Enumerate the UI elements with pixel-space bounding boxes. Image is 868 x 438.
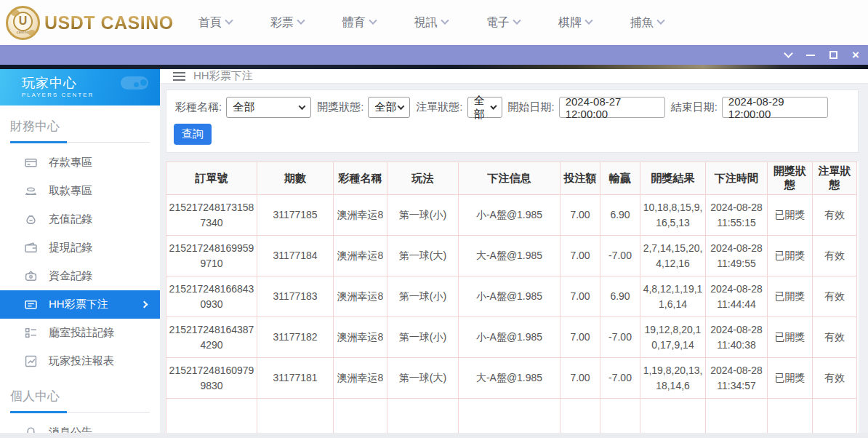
logo-u-icon: U casino [6,6,40,40]
gamepad-icon [121,73,150,92]
table-header-cell: 期數 [257,162,334,195]
end-date-label: 結束日期: [671,100,718,114]
nav-label: 體育 [342,15,366,31]
chevron-down-icon [784,49,793,58]
close-button[interactable]: × [852,51,859,59]
table-cell: 已開獎 [768,195,813,236]
hamburger-menu-icon[interactable] [173,72,185,81]
players-center-subtitle: PLAYERS CENTER [22,92,160,98]
end-date-input[interactable]: 2024-08-29 12:00:00 [722,97,828,118]
table-cell: 19,12,8,20,10,17,9,14 [640,317,706,358]
nav-item-live[interactable]: 視訊 [414,15,448,31]
nav-item-lottery[interactable]: 彩票 [270,15,304,31]
table-cell [640,399,706,438]
table-cell: 6.90 [600,195,640,236]
sidebar-item-withdrawal-records[interactable]: 提現記錄 [0,234,160,262]
sidebar: 玩家中心 PLAYERS CENTER 財務中心 存款專區 取款專區 充值記錄 … [0,69,160,438]
table-cell: 31177181 [257,358,334,399]
usdt-casino-logo[interactable]: U casino USDT CASINO [6,6,174,40]
table-cell: 有效 [813,276,857,317]
nav-item-home[interactable]: 首頁 [198,15,232,31]
main-nav: 首頁 彩票 體育 視訊 電子 棋牌 捕魚 [198,15,664,31]
table-cell: 有效 [813,195,857,236]
sidebar-item-label: 資金記錄 [49,269,92,283]
table-body: 215217248173158734031177185澳洲幸运8第一球(小)小-… [166,195,857,438]
table-cell: 2024-08-28 11:49:55 [706,236,768,276]
maximize-icon [829,51,837,59]
chevron-down-icon [225,17,233,25]
table-cell: 大-A盤@1.985 [459,236,560,276]
sidebar-item-hh-lottery-bets[interactable]: HH彩票下注 [0,290,160,319]
chevron-down-icon [398,103,405,110]
purse-icon [25,270,37,282]
nav-item-fishing[interactable]: 捕魚 [630,15,664,31]
table-cell: 第一球(大) [387,358,459,399]
table-row: 215217248160979983031177181澳洲幸运8第一球(大)大-… [166,358,857,399]
table-cell: 31177182 [257,317,334,358]
hand-money-icon [25,185,37,197]
section-title-personal: 個人中心 [10,388,150,413]
money-bag-icon [25,213,37,226]
table-cell: 澳洲幸运8 [334,236,387,276]
draw-status-select[interactable]: 全部 [368,97,410,118]
table-cell: 澳洲幸运8 [334,195,387,236]
table-cell: 7.00 [560,195,600,236]
maximize-button[interactable] [829,51,837,59]
nav-item-sports[interactable]: 體育 [342,15,376,31]
table-cell: 7.00 [560,276,600,317]
order-status-select[interactable]: 全部 [467,97,502,118]
table-cell: 2024-08-28 11:34:57 [706,358,768,399]
page-title: HH彩票下注 [193,69,253,83]
nav-item-slots[interactable]: 電子 [486,15,520,31]
sidebar-item-label: 玩家投注報表 [49,354,114,368]
table-header-cell: 投注額 [560,162,600,195]
table-header-cell: 彩種名稱 [334,162,387,195]
table-header-cell: 開獎狀態 [768,162,813,195]
lottery-name-select[interactable]: 全部 [226,97,311,118]
breadcrumb: HH彩票下注 [160,69,868,84]
table-header-cell: 注單狀態 [813,162,857,195]
table-cell [706,399,768,438]
table-cell: -7.00 [600,236,640,276]
nav-label: 彩票 [270,15,294,31]
table-cell: 10,18,8,15,9,16,5,13 [640,195,706,236]
nav-item-boardgames[interactable]: 棋牌 [558,15,592,31]
chevron-down-icon [584,17,592,25]
nav-label: 視訊 [414,15,438,31]
start-date-input[interactable]: 2024-08-27 12:00:00 [559,97,665,118]
order-status-label: 注單狀態: [416,100,462,114]
draw-status-label: 開獎狀態: [317,100,363,114]
chevron-down-icon [441,17,449,25]
table-cell: 2,7,14,15,20,4,12,16 [640,236,706,276]
query-button[interactable]: 查詢 [174,124,212,145]
body: 玩家中心 PLAYERS CENTER 財務中心 存款專區 取款專區 充值記錄 … [0,69,868,438]
table-cell: 7.00 [560,358,600,399]
table-cell [459,399,560,438]
site-header: U casino USDT CASINO 首頁 彩票 體育 視訊 電子 棋牌 捕… [0,0,868,45]
sidebar-item-label: 提現記錄 [49,241,92,255]
table-row: 215217248164387429031177182澳洲幸运8第一球(小)小-… [166,317,857,358]
table-cell: 31177183 [257,276,334,317]
minimize-button[interactable] [806,55,815,56]
sidebar-item-deposit-zone[interactable]: 存款專區 [0,148,160,177]
window-dropdown-button[interactable] [785,53,792,57]
table-cell: 大-A盤@1.985 [459,358,560,399]
sidebar-item-label: 充值記錄 [49,212,92,226]
table-cell [387,399,459,438]
sidebar-item-player-bet-report[interactable]: 玩家投注報表 [0,347,160,375]
sidebar-item-room-bet-records[interactable]: 廳室投註記錄 [0,319,160,347]
sidebar-item-label: 廳室投註記錄 [49,326,114,340]
table-cell: 已開獎 [768,276,813,317]
sidebar-item-recharge-records[interactable]: 充值記錄 [0,205,160,234]
select-value: 全部 [374,100,396,114]
sidebar-item-withdraw-zone[interactable]: 取款專區 [0,177,160,205]
filter-row: 彩種名稱: 全部 開獎狀態: 全部 注單狀態: 全部 開始 [174,97,851,118]
table-cell: 澳洲幸运8 [334,276,387,317]
nav-label: 棋牌 [558,15,582,31]
table-cell: 7.00 [560,317,600,358]
nav-label: 捕魚 [630,15,654,31]
chevron-down-icon [297,17,305,25]
table-cell: 2024-08-28 11:44:44 [706,276,768,317]
sidebar-item-funds-records[interactable]: 資金記錄 [0,262,160,290]
table-cell: 第一球(小) [387,276,459,317]
